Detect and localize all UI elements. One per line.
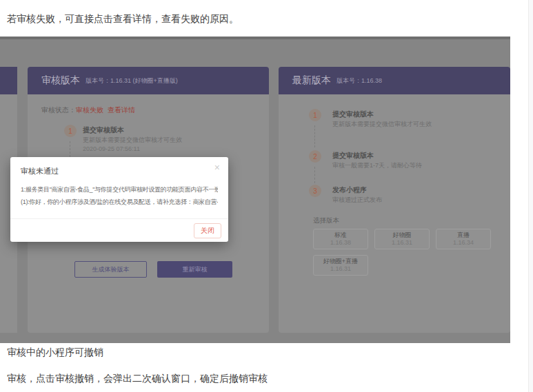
version-option-live[interactable]: 直播 1.16.34 xyxy=(436,229,491,249)
latest-panel-body: 1 提交审核版本 更新版本需要提交微信审核才可生效 2 提交审核版本 审核一般需… xyxy=(279,94,510,333)
footer-text-line1: 审核中的小程序可撤销 xyxy=(7,347,103,359)
version-number: 1.16.31 xyxy=(375,239,429,247)
version-number: 1.16.34 xyxy=(436,239,490,247)
page-scrollbar[interactable] xyxy=(528,0,533,392)
version-option-haowuquan[interactable]: 好物圈 1.16.31 xyxy=(374,229,430,249)
latest-panel-version: 版本号：1.16.38 xyxy=(336,76,382,85)
latest-step1-number: 1 xyxy=(309,109,321,121)
step-connector xyxy=(314,125,315,147)
latest-panel-title: 最新版本 xyxy=(292,74,331,87)
modal-reason-line1: 1:服务类目"商家自营-食品_"与你提交代码审核时设置的功能页面内容不一致: xyxy=(21,183,218,196)
version-name: 直播 xyxy=(436,231,490,239)
footer-text-line2: 审核，点击审核撤销，会弹出二次确认窗口，确定后撤销审核 xyxy=(7,373,268,385)
latest-step2-desc: 审核一般需要1-7天，请耐心等待 xyxy=(332,161,422,170)
audit-step-desc: 更新版本需要提交微信审核才可生效 xyxy=(83,136,182,145)
modal-title: 审核未通过 xyxy=(21,167,59,175)
version-option-standard[interactable]: 标准 1.16.38 xyxy=(313,229,368,249)
intro-text: 若审核失败，可直接点击查看详情，查看失败的原因。 xyxy=(7,13,239,25)
audit-status-row: 审核状态：审核失败查看详情 xyxy=(41,105,135,115)
audit-step-title: 提交审核版本 xyxy=(83,125,124,135)
audit-failed-modal: 审核未通过 × 1:服务类目"商家自营-食品_"与你提交代码审核时设置的功能页面… xyxy=(10,157,228,242)
version-name: 好物圈+直播 xyxy=(314,258,368,265)
latest-panel-header: 最新版本 版本号：1.16.38 xyxy=(279,67,510,94)
latest-step3-desc: 审核通过正式发布 xyxy=(332,196,382,205)
close-button[interactable]: 关闭 xyxy=(194,223,221,238)
version-grid: 标准 1.16.38 好物圈 1.16.31 直播 1.16.34 好物圈+直播… xyxy=(313,229,501,281)
modal-reason-line2: (1):你好，你的小程序涉及酒/盐的在线交易及配送，请补充选择：商家自营-酒/盐… xyxy=(21,196,218,208)
close-icon[interactable]: × xyxy=(214,162,220,173)
latest-version-panel: 最新版本 版本号：1.16.38 1 提交审核版本 更新版本需要提交微信审核才可… xyxy=(279,67,510,333)
step-connector xyxy=(70,141,70,157)
audit-status-value: 审核失败 xyxy=(76,106,103,114)
doc-page: 若审核失败，可直接点击查看详情，查看失败的原因。 审核版本 版本号：1.16.3… xyxy=(0,0,533,392)
cutoff-panel-header xyxy=(0,67,17,94)
audit-panel-header: 审核版本 版本号：1.16.31 (好物圈+直播版) xyxy=(28,67,269,94)
version-name: 标准 xyxy=(314,231,368,239)
latest-step1-title: 提交审核版本 xyxy=(332,110,374,119)
audit-panel-version: 版本号：1.16.31 (好物圈+直播版) xyxy=(86,76,178,85)
generate-trial-button[interactable]: 生成体验版本 xyxy=(74,261,147,278)
audit-step-number: 1 xyxy=(64,125,77,137)
version-name: 好物圈 xyxy=(375,231,429,239)
audit-step-time: 2020-09-25 07:56:11 xyxy=(83,145,140,152)
modal-header: 审核未通过 × xyxy=(10,157,228,179)
version-number: 1.16.31 xyxy=(314,265,368,273)
version-option-haowuquan-live[interactable]: 好物圈+直播 1.16.31 xyxy=(313,255,368,276)
latest-step2-number: 2 xyxy=(309,150,321,163)
select-version-label: 选择版本 xyxy=(313,216,339,225)
version-number: 1.16.38 xyxy=(314,239,368,247)
audit-panel-title: 审核版本 xyxy=(41,74,80,87)
resubmit-audit-button[interactable]: 重新审核 xyxy=(157,261,232,278)
audit-status-label: 审核状态： xyxy=(41,106,76,114)
modal-body: 1:服务类目"商家自营-食品_"与你提交代码审核时设置的功能页面内容不一致: (… xyxy=(10,179,228,208)
modal-footer: 关闭 xyxy=(10,218,228,242)
latest-step3-title: 发布小程序 xyxy=(332,185,367,195)
view-details-link[interactable]: 查看详情 xyxy=(108,106,135,114)
latest-step2-title: 提交审核版本 xyxy=(332,151,374,161)
latest-step3-number: 3 xyxy=(309,185,321,197)
latest-step1-desc: 更新版本需要提交微信审核才可生效 xyxy=(332,120,432,129)
step-connector xyxy=(314,167,315,183)
